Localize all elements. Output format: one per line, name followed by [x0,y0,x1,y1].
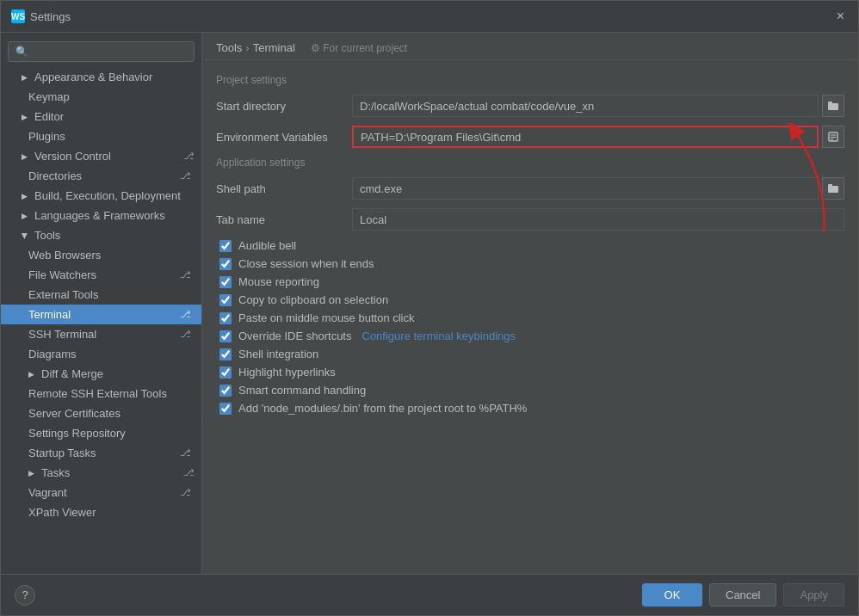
checkbox-row-close-session: Close session when it ends [216,257,844,270]
checkbox-label-mouse-reporting[interactable]: Mouse reporting [238,275,319,288]
sidebar-item-keymap[interactable]: Keymap [1,87,201,107]
sidebar-item-startup-tasks[interactable]: Startup Tasks ⎇ [1,443,201,463]
sidebar-item-settings-repo[interactable]: Settings Repository [1,423,201,443]
checkbox-label-add-node-modules[interactable]: Add 'node_modules/.bin' from the project… [238,402,527,415]
for-current-project-label: ⚙ For current project [311,42,407,54]
tab-name-input[interactable] [352,208,844,231]
checkbox-mouse-reporting[interactable] [219,276,232,288]
sidebar-item-label: Tasks [41,466,70,479]
search-input[interactable] [8,41,195,62]
dir-icon: ⎇ [180,170,191,182]
checkbox-label-smart-command[interactable]: Smart command handling [238,384,366,397]
checkbox-label-close-session[interactable]: Close session when it ends [238,257,374,270]
checkbox-row-paste-middle: Paste on middle mouse button click [216,311,844,324]
sidebar-item-tools[interactable]: ▶ Tools [1,225,201,245]
sidebar-item-label: Vagrant [28,486,67,499]
sidebar-item-label: File Watchers [28,268,96,281]
checkbox-smart-command[interactable] [219,385,232,397]
checkbox-label-shell-integration[interactable]: Shell integration [238,348,318,360]
sidebar-item-label: Languages & Frameworks [34,209,165,222]
sidebar-item-server-certs[interactable]: Server Certificates [1,403,201,423]
ssh-icon: ⎇ [180,329,191,340]
breadcrumb: Tools › Terminal [216,41,295,54]
checkbox-label-paste-middle[interactable]: Paste on middle mouse button click [238,311,415,324]
checkbox-shell-integration[interactable] [219,348,232,360]
env-vars-input[interactable] [352,126,819,148]
breadcrumb-separator: › [245,41,249,54]
sidebar-item-label: XPath Viewer [28,506,96,519]
ws-icon: WS [11,9,25,23]
checkbox-paste-middle[interactable] [219,312,232,324]
folder-icon-2 [827,182,839,194]
shell-path-row: Shell path [216,177,844,200]
sidebar-item-directories[interactable]: Directories ⎇ [1,166,201,186]
env-vars-label: Environment Variables [216,131,345,144]
env-vars-edit-button[interactable] [822,126,844,148]
start-directory-input[interactable] [352,95,819,117]
checkbox-copy-clipboard[interactable] [219,294,232,306]
sidebar-item-label: Plugins [28,130,65,143]
svg-rect-1 [828,102,832,104]
sidebar-item-plugins[interactable]: Plugins [1,126,201,146]
ok-button[interactable]: OK [642,583,702,607]
configure-keybindings-link[interactable]: Configure terminal keybindings [362,330,516,342]
checkbox-highlight-hyperlinks[interactable] [219,367,232,379]
checkbox-row-audible-bell: Audible bell [216,239,844,252]
triangle-icon: ▶ [28,370,34,379]
help-button[interactable]: ? [15,585,35,606]
sidebar-item-external-tools[interactable]: External Tools [1,285,201,305]
vagrant-icon: ⎇ [180,487,191,498]
settings-dialog: WS Settings × ▶ Appearance & Behavior Ke… [0,0,859,616]
apply-button[interactable]: Apply [783,583,844,607]
panel-body: Project settings Start directory [202,60,858,574]
project-settings-section: Project settings [216,74,844,86]
sidebar-item-label: SSH Terminal [28,328,96,341]
sidebar-item-ssh-terminal[interactable]: SSH Terminal ⎇ [1,324,201,344]
sidebar-item-file-watchers[interactable]: File Watchers ⎇ [1,265,201,285]
start-directory-label: Start directory [216,100,345,113]
app-settings-label: Application settings [216,157,844,169]
sidebar-item-build[interactable]: ▶ Build, Execution, Deployment [1,186,201,206]
checkbox-audible-bell[interactable] [219,240,232,252]
cancel-button[interactable]: Cancel [709,583,776,607]
sidebar-item-languages[interactable]: ▶ Languages & Frameworks [1,206,201,225]
sidebar-item-label: Build, Execution, Deployment [34,189,181,202]
sidebar-item-web-browsers[interactable]: Web Browsers [1,245,201,265]
shell-path-browse-button[interactable] [822,177,844,200]
sidebar-item-xpath-viewer[interactable]: XPath Viewer [1,502,201,522]
sidebar-item-appearance[interactable]: ▶ Appearance & Behavior [1,67,201,87]
sidebar-item-label: Version Control [34,150,111,163]
triangle-icon: ▶ [22,113,28,121]
sidebar-item-remote-ssh[interactable]: Remote SSH External Tools [1,384,201,403]
start-directory-browse-button[interactable] [822,95,844,117]
checkbox-label-override-ide[interactable]: Override IDE shortcuts [238,330,352,342]
sidebar-item-version-control[interactable]: ▶ Version Control ⎇ [1,146,201,166]
checkbox-label-audible-bell[interactable]: Audible bell [238,239,296,252]
dialog-footer: ? OK Cancel Apply [1,574,858,615]
tab-name-row: Tab name [216,208,844,231]
checkbox-close-session[interactable] [219,258,232,270]
app-settings-section: Application settings Shell path [216,157,844,231]
close-button[interactable]: × [833,8,848,25]
triangle-icon: ▶ [28,469,34,477]
checkbox-label-copy-clipboard[interactable]: Copy to clipboard on selection [238,293,388,306]
sidebar-item-vagrant[interactable]: Vagrant ⎇ [1,483,201,502]
sidebar-item-editor[interactable]: ▶ Editor [1,107,201,126]
checkbox-label-highlight-hyperlinks[interactable]: Highlight hyperlinks [238,366,336,379]
env-vars-row: Environment Variables [216,126,844,148]
sidebar-item-tasks[interactable]: ▶ Tasks ⎇ [1,463,201,483]
shell-path-input[interactable] [352,177,819,200]
sidebar-item-label: Diff & Merge [41,367,103,380]
start-directory-input-wrap [352,95,844,117]
checkbox-row-shell-integration: Shell integration [216,348,844,360]
checkbox-add-node-modules[interactable] [219,403,232,415]
env-vars-input-wrap [352,126,844,148]
sidebar-item-terminal[interactable]: Terminal ⎇ [1,305,201,324]
checkbox-row-override-ide: Override IDE shortcuts Configure termina… [216,330,844,342]
checkbox-override-ide[interactable] [219,330,232,342]
tab-name-input-wrap [352,208,844,231]
sidebar-item-diff-merge[interactable]: ▶ Diff & Merge [1,364,201,384]
edit-icon [827,131,839,143]
sidebar-item-diagrams[interactable]: Diagrams [1,344,201,364]
vcs-icon: ⎇ [183,151,195,162]
